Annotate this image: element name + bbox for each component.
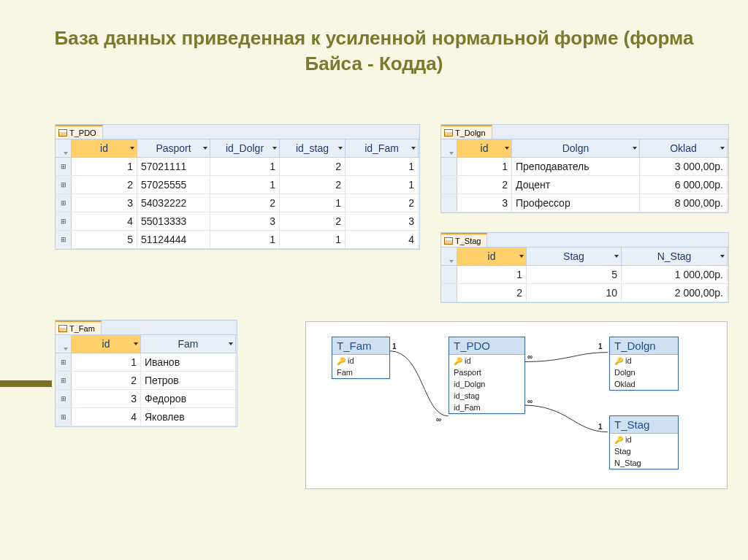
- table-cell[interactable]: 1: [210, 176, 280, 193]
- col-fam[interactable]: Fam: [141, 335, 236, 353]
- table-cell[interactable]: 2 000,00р.: [622, 284, 728, 302]
- tab-label: T_PDO: [69, 129, 96, 137]
- table-cell[interactable]: 2: [72, 176, 137, 193]
- row-selector-head[interactable]: [441, 139, 457, 157]
- row-expander[interactable]: [441, 158, 457, 175]
- table-cell[interactable]: 4: [72, 212, 137, 230]
- table-cell[interactable]: 55013333: [137, 212, 210, 230]
- col-id[interactable]: id: [72, 335, 141, 353]
- row-expander[interactable]: [441, 176, 457, 193]
- col-id-dolgr[interactable]: id_Dolgr: [210, 139, 280, 157]
- table-cell[interactable]: 5: [72, 231, 137, 248]
- table-row: ⊞257025555121: [56, 176, 419, 194]
- row-selector-head[interactable]: [441, 248, 457, 265]
- table-cell[interactable]: 2: [280, 212, 346, 230]
- tab-fam[interactable]: T_Fam: [56, 321, 102, 334]
- table-cell[interactable]: 54032222: [137, 194, 210, 212]
- table-row: ⊞551124444114: [56, 231, 419, 249]
- table-cell[interactable]: Преподаватель: [512, 158, 640, 175]
- table-cell[interactable]: 57021111: [137, 158, 210, 175]
- table-cell[interactable]: 1: [210, 231, 280, 248]
- entity-field: Stag: [614, 447, 631, 456]
- table-cell[interactable]: 3: [346, 212, 419, 230]
- tab-stag[interactable]: T_Stag: [441, 233, 487, 247]
- col-id[interactable]: id: [457, 139, 512, 157]
- table-cell[interactable]: 1 000,00р.: [622, 266, 728, 283]
- table-cell[interactable]: Федоров: [141, 390, 236, 407]
- table-row: ⊞1Иванов: [56, 353, 237, 372]
- tab-pdo[interactable]: T_PDO: [56, 125, 103, 139]
- table-cell[interactable]: Профессор: [512, 194, 640, 212]
- table-cell[interactable]: 3: [72, 390, 141, 407]
- table-cell[interactable]: Петров: [141, 372, 236, 389]
- table-cell[interactable]: 2: [280, 158, 346, 175]
- table-cell[interactable]: 3: [210, 212, 280, 230]
- table-cell[interactable]: 2: [346, 194, 419, 212]
- table-cell[interactable]: 57025555: [137, 176, 210, 193]
- col-id[interactable]: id: [457, 248, 527, 265]
- row-expander[interactable]: ⊞: [56, 372, 72, 389]
- table-cell[interactable]: 1: [72, 158, 137, 175]
- table-row: ⊞4Яковлев: [56, 408, 237, 426]
- table-cell[interactable]: 1: [457, 158, 512, 175]
- table-cell[interactable]: 1: [280, 231, 346, 248]
- col-id-fam[interactable]: id_Fam: [346, 139, 419, 157]
- row-expander[interactable]: ⊞: [56, 194, 72, 212]
- table-cell[interactable]: 3: [457, 194, 512, 212]
- entity-field: id_stag: [454, 391, 479, 400]
- entity-pdo[interactable]: T_PDO 🔑id Pasport id_Dolgn id_stag id_Fa…: [449, 337, 525, 414]
- row-expander[interactable]: [441, 266, 457, 283]
- cardinality-many: ∞: [527, 353, 533, 361]
- row-expander[interactable]: ⊞: [56, 408, 72, 426]
- col-dolgn[interactable]: Dolgn: [512, 139, 640, 157]
- entity-stag[interactable]: T_Stag 🔑id Stag N_Stag: [609, 415, 679, 469]
- row-expander[interactable]: ⊞: [56, 212, 72, 230]
- table-cell[interactable]: Иванов: [141, 353, 236, 371]
- col-stag[interactable]: Stag: [527, 248, 622, 265]
- table-cell[interactable]: 51124444: [137, 231, 210, 248]
- row-selector-head[interactable]: [56, 139, 72, 157]
- table-row: 3Профессор8 000,00р.: [441, 194, 728, 212]
- row-expander[interactable]: ⊞: [56, 231, 72, 248]
- col-id-stag[interactable]: id_stag: [280, 139, 346, 157]
- table-cell[interactable]: Яковлев: [141, 408, 236, 426]
- row-expander[interactable]: [441, 194, 457, 212]
- table-cell[interactable]: 3 000,00р.: [640, 158, 728, 175]
- tab-dolgn[interactable]: T_Dolgn: [441, 125, 492, 139]
- table-cell[interactable]: 3: [72, 194, 137, 212]
- table-cell[interactable]: 1: [280, 194, 346, 212]
- table-cell[interactable]: 1: [457, 266, 527, 283]
- table-cell[interactable]: 4: [346, 231, 419, 248]
- table-cell[interactable]: 5: [527, 266, 622, 283]
- table-cell[interactable]: 4: [72, 408, 141, 426]
- row-expander[interactable]: ⊞: [56, 353, 72, 371]
- col-nstag[interactable]: N_Stag: [622, 248, 728, 265]
- tab-label: T_Dolgn: [455, 129, 486, 137]
- entity-dolgn[interactable]: T_Dolgn 🔑id Dolgn Oklad: [609, 337, 679, 391]
- tab-strip: T_Fam: [56, 321, 237, 335]
- table-cell[interactable]: 2: [210, 194, 280, 212]
- table-cell[interactable]: Доцент: [512, 176, 640, 193]
- row-expander[interactable]: ⊞: [56, 390, 72, 407]
- table-cell[interactable]: 1: [72, 353, 141, 371]
- table-pdo: T_PDO id Pasport id_Dolgr id_stag id_Fam…: [55, 124, 420, 250]
- row-expander[interactable]: ⊞: [56, 158, 72, 175]
- table-cell[interactable]: 6 000,00р.: [640, 176, 728, 193]
- table-cell[interactable]: 8 000,00р.: [640, 194, 728, 212]
- table-cell[interactable]: 1: [346, 158, 419, 175]
- col-id[interactable]: id: [72, 139, 137, 157]
- table-cell[interactable]: 1: [346, 176, 419, 193]
- table-cell[interactable]: 10: [527, 284, 622, 302]
- table-cell[interactable]: 2: [457, 284, 527, 302]
- entity-fam[interactable]: T_Fam 🔑id Fam: [332, 337, 390, 379]
- table-cell[interactable]: 2: [72, 372, 141, 389]
- col-oklad[interactable]: Oklad: [640, 139, 728, 157]
- cardinality-one: 1: [392, 342, 397, 350]
- col-pasport[interactable]: Pasport: [137, 139, 210, 157]
- row-expander[interactable]: [441, 284, 457, 302]
- table-cell[interactable]: 2: [457, 176, 512, 193]
- table-cell[interactable]: 1: [210, 158, 280, 175]
- table-cell[interactable]: 2: [280, 176, 346, 193]
- row-expander[interactable]: ⊞: [56, 176, 72, 193]
- row-selector-head[interactable]: [56, 335, 72, 353]
